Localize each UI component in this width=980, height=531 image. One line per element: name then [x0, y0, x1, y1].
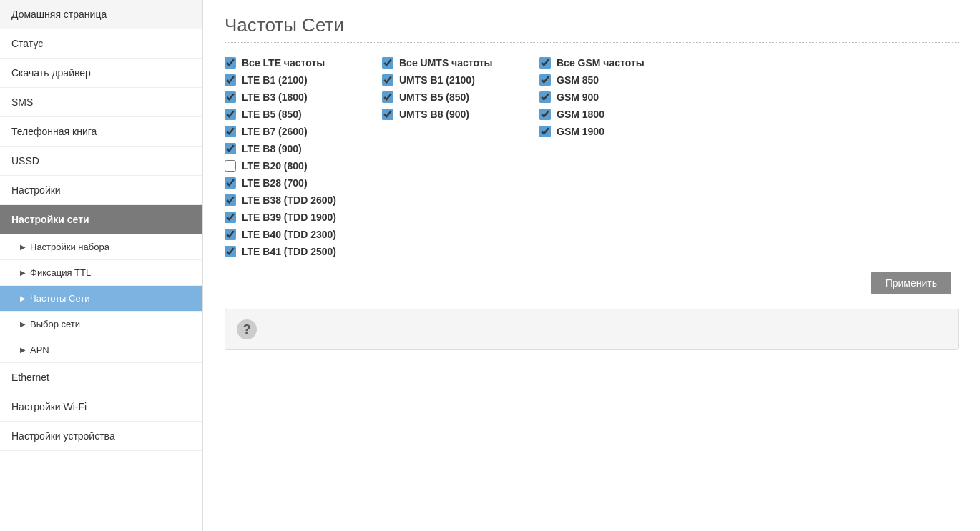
sidebar-subitem-ttl-fix[interactable]: ▶ Фиксация TTL — [0, 260, 202, 286]
umts-b8-checkbox[interactable] — [382, 109, 393, 120]
sidebar-subitem-network-select[interactable]: ▶ Выбор сети — [0, 312, 202, 337]
umts-b5-checkbox[interactable] — [382, 91, 393, 103]
lte-b40-label[interactable]: LTE B40 (TDD 2300) — [242, 229, 336, 240]
lte-b40-checkbox[interactable] — [225, 229, 236, 240]
help-icon: ? — [237, 319, 257, 339]
gsm-900-label[interactable]: GSM 900 — [557, 91, 599, 103]
lte-b3-label[interactable]: LTE B3 (1800) — [242, 91, 308, 103]
lte-b20-label[interactable]: LTE B20 (800) — [242, 160, 308, 172]
sidebar-item-network-settings[interactable]: Настройки сети — [0, 205, 202, 234]
divider — [225, 42, 959, 43]
lte-b40-row: LTE B40 (TDD 2300) — [225, 229, 353, 240]
gsm-1900-label[interactable]: GSM 1900 — [557, 126, 604, 137]
lte-b41-label[interactable]: LTE B41 (TDD 2500) — [242, 246, 336, 257]
sidebar-item-settings[interactable]: Настройки — [0, 176, 202, 205]
lte-b8-label[interactable]: LTE B8 (900) — [242, 143, 302, 154]
lte-b1-checkbox[interactable] — [225, 74, 236, 86]
lte-b41-checkbox[interactable] — [225, 246, 236, 257]
umts-b1-checkbox[interactable] — [382, 74, 393, 86]
sidebar-item-ethernet[interactable]: Ethernet — [0, 363, 202, 392]
lte-b7-row: LTE B7 (2600) — [225, 126, 353, 137]
lte-b39-label[interactable]: LTE B39 (TDD 1900) — [242, 212, 336, 223]
sidebar-item-download-driver[interactable]: Скачать драйвер — [0, 59, 202, 88]
umts-b5-label[interactable]: UMTS B5 (850) — [399, 91, 469, 103]
lte-all-row: Все LTE частоты — [225, 57, 353, 69]
umts-b5-row: UMTS B5 (850) — [382, 91, 511, 103]
arrow-icon: ▶ — [20, 346, 26, 354]
umts-b1-label[interactable]: UMTS B1 (2100) — [399, 74, 475, 86]
gsm-1900-row: GSM 1900 — [539, 126, 668, 137]
gsm-all-label[interactable]: Все GSM частоты — [557, 57, 645, 69]
gsm-850-label[interactable]: GSM 850 — [557, 74, 599, 86]
umts-all-label[interactable]: Все UMTS частоты — [399, 57, 493, 69]
gsm-column: Все GSM частоты GSM 850 GSM 900 GSM 1800… — [539, 57, 668, 137]
arrow-icon: ▶ — [20, 320, 26, 328]
lte-b8-checkbox[interactable] — [225, 143, 236, 154]
sidebar-item-status[interactable]: Статус — [0, 29, 202, 59]
sidebar-item-home[interactable]: Домашняя страница — [0, 0, 202, 29]
sidebar-item-ussd[interactable]: USSD — [0, 147, 202, 176]
gsm-900-checkbox[interactable] — [539, 91, 551, 103]
lte-all-checkbox[interactable] — [225, 57, 236, 69]
lte-b28-row: LTE B28 (700) — [225, 177, 353, 189]
gsm-all-checkbox[interactable] — [539, 57, 551, 69]
sidebar-subitem-freq-settings[interactable]: ▶ Частоты Сети — [0, 286, 202, 312]
umts-b1-row: UMTS B1 (2100) — [382, 74, 511, 86]
lte-b3-checkbox[interactable] — [225, 91, 236, 103]
lte-all-label[interactable]: Все LTE частоты — [242, 57, 325, 69]
lte-b5-label[interactable]: LTE B5 (850) — [242, 109, 302, 120]
lte-b39-checkbox[interactable] — [225, 212, 236, 223]
main-content: Частоты Сети Все LTE частоты LTE B1 (210… — [203, 0, 980, 531]
lte-b3-row: LTE B3 (1800) — [225, 91, 353, 103]
lte-b1-label[interactable]: LTE B1 (2100) — [242, 74, 308, 86]
sidebar-item-sms[interactable]: SMS — [0, 88, 202, 117]
lte-b39-row: LTE B39 (TDD 1900) — [225, 212, 353, 223]
gsm-1800-row: GSM 1800 — [539, 109, 668, 120]
apply-row: Применить — [225, 272, 959, 294]
gsm-1800-checkbox[interactable] — [539, 109, 551, 120]
sidebar-subitem-apn[interactable]: ▶ APN — [0, 337, 202, 363]
page-title: Частоты Сети — [225, 14, 959, 36]
gsm-850-row: GSM 850 — [539, 74, 668, 86]
gsm-1900-checkbox[interactable] — [539, 126, 551, 137]
lte-b41-row: LTE B41 (TDD 2500) — [225, 246, 353, 257]
arrow-icon: ▶ — [20, 269, 26, 277]
arrow-icon: ▶ — [20, 243, 26, 251]
apply-button[interactable]: Применить — [871, 272, 951, 294]
sidebar-item-phonebook[interactable]: Телефонная книга — [0, 117, 202, 147]
gsm-900-row: GSM 900 — [539, 91, 668, 103]
umts-all-row: Все UMTS частоты — [382, 57, 511, 69]
sidebar-item-wifi-settings[interactable]: Настройки Wi-Fi — [0, 392, 202, 422]
help-section: ? — [225, 309, 959, 350]
gsm-850-checkbox[interactable] — [539, 74, 551, 86]
lte-b38-checkbox[interactable] — [225, 194, 236, 206]
umts-column: Все UMTS частоты UMTS B1 (2100) UMTS B5 … — [382, 57, 511, 120]
lte-b5-checkbox[interactable] — [225, 109, 236, 120]
frequency-grid: Все LTE частоты LTE B1 (2100) LTE B3 (18… — [225, 57, 959, 257]
sidebar-subitem-dial-settings[interactable]: ▶ Настройки набора — [0, 234, 202, 260]
sidebar: Домашняя страница Статус Скачать драйвер… — [0, 0, 203, 531]
umts-b8-label[interactable]: UMTS B8 (900) — [399, 109, 469, 120]
lte-b38-row: LTE B38 (TDD 2600) — [225, 194, 353, 206]
gsm-1800-label[interactable]: GSM 1800 — [557, 109, 604, 120]
lte-b20-checkbox[interactable] — [225, 160, 236, 172]
lte-b38-label[interactable]: LTE B38 (TDD 2600) — [242, 194, 336, 206]
lte-column: Все LTE частоты LTE B1 (2100) LTE B3 (18… — [225, 57, 353, 257]
lte-b20-row: LTE B20 (800) — [225, 160, 353, 172]
lte-b28-label[interactable]: LTE B28 (700) — [242, 177, 308, 189]
lte-b8-row: LTE B8 (900) — [225, 143, 353, 154]
gsm-all-row: Все GSM частоты — [539, 57, 668, 69]
arrow-icon: ▶ — [20, 294, 26, 302]
sidebar-item-device-settings[interactable]: Настройки устройства — [0, 422, 202, 451]
umts-all-checkbox[interactable] — [382, 57, 393, 69]
lte-b28-checkbox[interactable] — [225, 177, 236, 189]
lte-b7-label[interactable]: LTE B7 (2600) — [242, 126, 308, 137]
lte-b1-row: LTE B1 (2100) — [225, 74, 353, 86]
lte-b7-checkbox[interactable] — [225, 126, 236, 137]
lte-b5-row: LTE B5 (850) — [225, 109, 353, 120]
umts-b8-row: UMTS B8 (900) — [382, 109, 511, 120]
